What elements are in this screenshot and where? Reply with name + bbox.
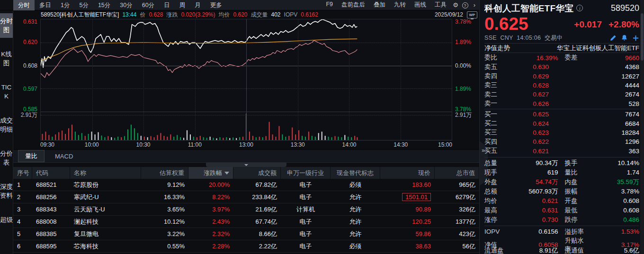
col-header-label: 估算权重	[160, 169, 184, 177]
col-header-代码[interactable]: 代码	[32, 167, 70, 179]
time-tick-label: 09:30	[40, 141, 54, 148]
sidebar-item-超级[interactable]: 超级	[0, 212, 13, 228]
toolbar-corner	[0, 0, 13, 10]
y-axis-label: 0.597	[23, 86, 37, 92]
ask-level[interactable]: 卖二0.6272674	[484, 90, 639, 99]
col-header-涨跌幅[interactable]: 涨跌幅	[188, 167, 233, 179]
table-row[interactable]: 4688008澜起科技10.12%2.43%67.74亿电子允许120.2513…	[13, 216, 479, 228]
currency-label: CNY	[500, 35, 513, 41]
volume-top-gridline	[41, 115, 452, 115]
ask-level[interactable]: 卖三0.6284444	[484, 81, 639, 90]
info-icon[interactable]: i	[576, 5, 583, 11]
nav-trend-label[interactable]: 净值走势	[484, 44, 510, 53]
gear-icon[interactable]: ⚙	[451, 1, 460, 9]
grid-vline	[195, 19, 196, 112]
ask-level[interactable]: 卖四0.62912627	[484, 71, 639, 80]
volume-bar	[42, 134, 43, 140]
col-header-成交额[interactable]: 成交额	[233, 167, 281, 179]
ask-level[interactable]: 卖五0.6304368	[484, 62, 639, 71]
table-cell: 6279亿	[435, 193, 479, 201]
level-label: 卖三	[484, 81, 508, 89]
price-plot-area[interactable]	[40, 19, 452, 112]
volume-bar	[160, 133, 161, 140]
table-row[interactable]: 6688595芯海科技0.55%2.28%2.22亿电子必须38.6356亿	[13, 240, 479, 253]
volume-bar	[285, 137, 286, 140]
volume-bar	[252, 136, 253, 140]
time-tick-label: 14:00	[342, 141, 356, 148]
bid-level[interactable]: 买三0.62318284	[484, 128, 639, 137]
col-header-序号[interactable]: 序号	[13, 167, 32, 179]
volume-bar	[167, 137, 168, 140]
sidebar-item-分价表[interactable]: 分价表	[0, 146, 13, 170]
alert-bell-icon[interactable]	[621, 35, 628, 42]
tool-F9[interactable]: F9	[322, 1, 337, 9]
period-tab-周[interactable]: 周	[175, 0, 190, 10]
tool-九转[interactable]: 九转	[390, 1, 410, 9]
table-row[interactable]: 2688256寒武纪-U16.33%8.22%233.84亿电子允许1501.0…	[13, 191, 479, 203]
ask-level[interactable]: 卖一0.626528	[484, 99, 639, 108]
period-tab-月[interactable]: 月	[190, 0, 206, 10]
intraday-chart[interactable]: 0.6310.6200.6080.5970.585 3.78%1.89%0.00…	[13, 19, 479, 149]
price-value: 0.628	[149, 11, 163, 18]
grid-vline	[401, 112, 401, 140]
period-tab-多日[interactable]: 多日	[35, 0, 56, 10]
tool-工具[interactable]: 工具	[430, 1, 451, 9]
add-plus-icon[interactable]	[632, 35, 639, 42]
volume-label: 成交量	[251, 11, 268, 19]
pct-axis-label: 3.78%	[455, 18, 471, 25]
wp-monitor-icon[interactable]: WP	[467, 11, 477, 18]
col-header-现价[interactable]: 现价	[380, 167, 435, 179]
sidebar-item-K线图[interactable]: K线图	[0, 46, 13, 71]
bid-level[interactable]: 买二0.6246684	[484, 119, 639, 128]
sidebar-item-分时图[interactable]: 分时图	[0, 13, 13, 38]
period-tab-60分[interactable]: 60分	[137, 0, 159, 10]
table-cell: 2.43%	[188, 218, 233, 225]
table-row[interactable]: 1688521芯原股份9.12%20.00%67.82亿电子必须183.6096…	[13, 179, 479, 191]
panel-scrollbar[interactable]	[640, 0, 644, 254]
tool-画线[interactable]: 画线	[410, 1, 430, 9]
chevron-right-icon[interactable]: ›	[470, 1, 479, 9]
stat-label: 最低	[558, 206, 588, 215]
col-header-名称[interactable]: 名称	[70, 167, 141, 179]
volume-bar	[75, 131, 76, 140]
sidebar-item-TICK[interactable]: TICK	[0, 79, 13, 104]
tool-叠加[interactable]: 叠加	[369, 1, 390, 9]
sidebar-item-成交明细[interactable]: 成交明细	[0, 113, 13, 137]
stats-grid: 总量90.34万换手10.14%现手619量比1.74外盘54.74万内盘35.…	[484, 157, 639, 254]
chart-header: 589520[科创人工智能ETF华宝] 13:44 价 0.628 涨跌 0.0…	[13, 10, 479, 19]
tool-盘前盘后[interactable]: 盘前盘后	[337, 1, 369, 9]
bid-level[interactable]: 买五0.621363	[484, 147, 639, 156]
period-tab-5分[interactable]: 5分	[74, 0, 93, 10]
sidebar-item-深度资料[interactable]: 深度资料	[0, 179, 13, 203]
table-cell: 2	[13, 193, 32, 201]
col-header-现金替代标志[interactable]: 现金替代标志	[331, 167, 380, 179]
stat-label: 流通值	[558, 246, 588, 254]
volume-plot-area[interactable]	[40, 112, 452, 140]
period-tab-更多[interactable]: 更多	[206, 0, 227, 10]
bid-level[interactable]: 买四0.6221296	[484, 137, 639, 146]
bid-level[interactable]: 买一0.6257674	[484, 110, 639, 119]
indicator-tab-量比[interactable]: 量比	[18, 150, 45, 162]
collapse-handle[interactable]	[206, 163, 286, 167]
table-row[interactable]: 3688343云天励飞-U3.65%3.97%21.69亿计算机允许90.893…	[13, 203, 479, 216]
period-tab-30分[interactable]: 30分	[115, 0, 137, 10]
grid-vline	[143, 112, 144, 140]
col-header-申万一级行业[interactable]: 申万一级行业	[281, 167, 331, 179]
col-header-估算权重[interactable]: 估算权重	[141, 167, 188, 179]
indicator-tab-MACD[interactable]: MACD	[48, 151, 80, 161]
scrollbar-thumb[interactable]	[641, 13, 644, 61]
col-header-总市值[interactable]: 总市值	[435, 167, 479, 179]
period-tab-日[interactable]: 日	[159, 0, 175, 10]
table-cell: 56亿	[435, 242, 479, 251]
period-tab-15分[interactable]: 15分	[93, 0, 115, 10]
table-cell: 1	[13, 181, 32, 188]
period-tab-分时[interactable]: 分时	[13, 0, 35, 10]
table-cell: 云天励飞-U	[70, 205, 141, 214]
table-row[interactable]: 5688385复旦微电3.22%2.32%8.66亿电子允许59.86423亿	[13, 228, 479, 240]
table-cell: 38.63	[380, 243, 435, 250]
volume-bar	[242, 137, 243, 140]
edit-pencil-icon[interactable]	[609, 35, 617, 42]
help-icon[interactable]: ?	[460, 1, 470, 9]
period-tab-1分[interactable]: 1分	[56, 0, 74, 10]
stat-label: 总量	[484, 159, 506, 167]
